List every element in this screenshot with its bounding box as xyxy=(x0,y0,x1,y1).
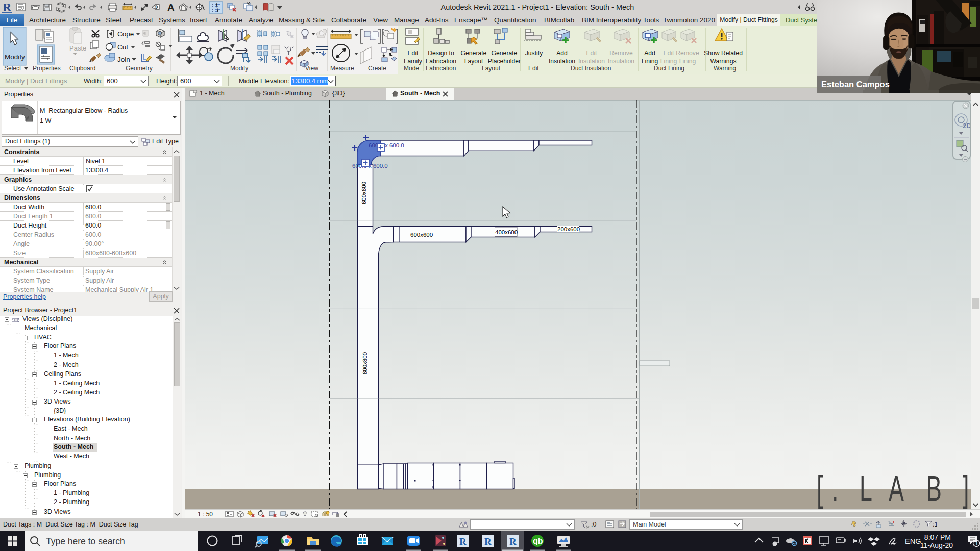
svg-text:600.0 x 600.0: 600.0 x 600.0 xyxy=(352,163,388,169)
svg-text:Warning: Warning xyxy=(714,65,736,72)
svg-text:Autodesk Revit 2021.1 - Projec: Autodesk Revit 2021.1 - Project1 - Eleva… xyxy=(441,3,634,11)
svg-text:1: 1 xyxy=(975,540,978,546)
svg-text:Edit: Edit xyxy=(586,49,597,57)
svg-text:Clipboard: Clipboard xyxy=(69,65,95,72)
svg-text:Lining: Lining xyxy=(642,58,658,65)
svg-text:Modify: Modify xyxy=(5,53,25,61)
svg-text:200x600: 200x600 xyxy=(557,226,580,232)
svg-text:Remove: Remove xyxy=(676,49,699,57)
svg-text:Paste: Paste xyxy=(69,44,86,52)
svg-text:Fabrication: Fabrication xyxy=(426,58,456,65)
svg-text:Insulation: Insulation xyxy=(549,58,575,65)
svg-text:Show Related: Show Related xyxy=(704,49,743,57)
svg-text:Justify: Justify xyxy=(525,49,543,57)
svg-text:Lining: Lining xyxy=(679,58,696,65)
svg-text:Generate: Generate xyxy=(461,49,487,57)
svg-text:Lining: Lining xyxy=(660,58,677,65)
svg-text:Edit: Edit xyxy=(663,49,674,57)
svg-text:Add: Add xyxy=(644,49,655,57)
svg-text:Join: Join xyxy=(117,56,130,63)
svg-text:R: R xyxy=(459,536,467,547)
svg-text:Design to: Design to xyxy=(428,49,454,57)
svg-text:R: R xyxy=(509,536,517,547)
svg-text:Type here to search: Type here to search xyxy=(46,536,125,546)
svg-text:Properties: Properties xyxy=(33,65,61,72)
svg-text:Fabrication: Fabrication xyxy=(426,65,456,72)
svg-text:Insulation: Insulation xyxy=(578,58,605,65)
svg-text:Cope: Cope xyxy=(117,30,134,38)
svg-text:1: 1 xyxy=(155,5,158,10)
svg-text:B: B xyxy=(926,469,942,508)
svg-text:800x800: 800x800 xyxy=(362,352,368,374)
svg-text:Remove: Remove xyxy=(609,49,633,57)
svg-text:11-Aug-20: 11-Aug-20 xyxy=(920,541,953,549)
svg-text:Duct Lining: Duct Lining xyxy=(654,65,684,72)
svg-text:400x600: 400x600 xyxy=(495,229,518,235)
svg-text:.: . xyxy=(832,469,838,508)
svg-text:Placeholder: Placeholder xyxy=(488,58,521,65)
svg-text:A: A xyxy=(889,469,904,508)
svg-text:Edit: Edit xyxy=(407,49,419,57)
svg-text:Warnings: Warnings xyxy=(710,58,736,65)
svg-text:Measure: Measure xyxy=(330,65,354,72)
svg-text:Family: Family xyxy=(404,58,423,65)
svg-text:R: R xyxy=(3,1,12,14)
svg-text:Duct Insulation: Duct Insulation xyxy=(571,65,611,72)
svg-text:qb: qb xyxy=(533,537,543,545)
svg-text:R: R xyxy=(484,536,492,547)
svg-text:8:07 PM: 8:07 PM xyxy=(924,533,951,541)
svg-text:600x600: 600x600 xyxy=(361,182,367,204)
svg-text:]: ] xyxy=(963,469,969,508)
svg-text:600.0 x 600.0: 600.0 x 600.0 xyxy=(369,142,404,148)
svg-text:Layout: Layout xyxy=(482,65,501,72)
svg-text:L: L xyxy=(860,469,872,508)
svg-text:Esteban Campos: Esteban Campos xyxy=(821,80,890,89)
svg-text:[: [ xyxy=(817,469,823,508)
svg-text:Add: Add xyxy=(556,49,568,57)
svg-text:Modify: Modify xyxy=(230,65,248,72)
svg-text:Mode: Mode xyxy=(404,65,419,72)
svg-text:Create: Create xyxy=(368,65,386,72)
svg-text:Generate: Generate xyxy=(492,49,518,57)
svg-text:Layout: Layout xyxy=(464,58,483,65)
svg-text:A: A xyxy=(167,2,175,13)
svg-text::1: :1 xyxy=(933,521,937,528)
svg-text:Cut: Cut xyxy=(117,43,128,51)
svg-text:Edit: Edit xyxy=(528,65,539,72)
svg-text:Insulation: Insulation xyxy=(608,58,634,65)
svg-text:Geometry: Geometry xyxy=(126,65,153,72)
svg-text:600x600: 600x600 xyxy=(410,232,433,238)
svg-text:Select: Select xyxy=(4,65,21,72)
svg-text:ENG: ENG xyxy=(905,537,921,545)
svg-text:2D: 2D xyxy=(963,122,970,130)
